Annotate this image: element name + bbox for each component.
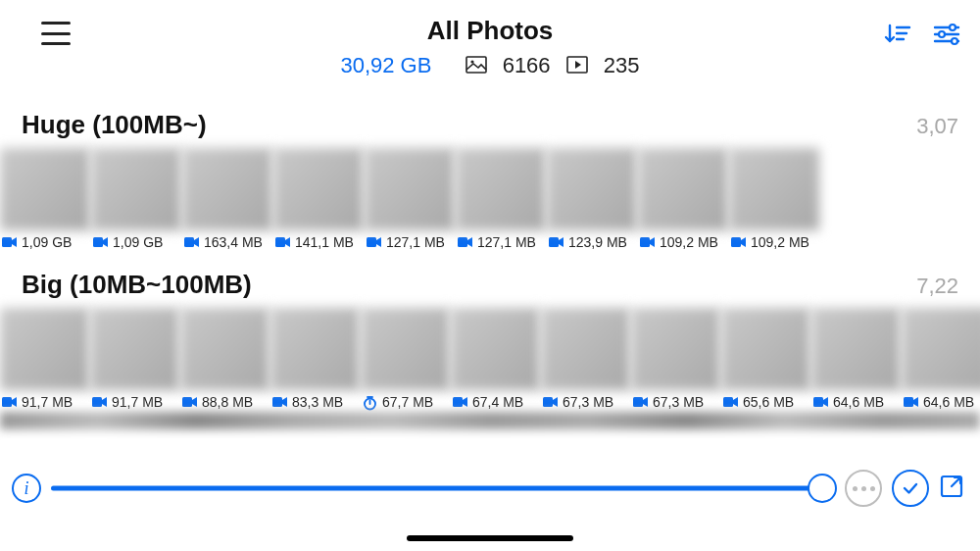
section-size: 7,22	[916, 274, 958, 299]
thumbnail-item[interactable]: 1,09 GB	[0, 148, 90, 250]
size-slider[interactable]	[51, 474, 835, 503]
thumbnail-image	[456, 148, 546, 230]
section-header[interactable]: Huge (100MB~)3,07	[0, 90, 980, 148]
thumbnail-image	[721, 308, 810, 390]
thumbnail-size: 109,2 MB	[660, 234, 718, 250]
thumbnail-item[interactable]: 141,1 MB	[273, 148, 364, 250]
photo-icon	[466, 54, 487, 79]
video-icon	[2, 236, 18, 248]
thumbnail-item[interactable]: 127,1 MB	[365, 148, 455, 250]
svg-rect-20	[731, 237, 741, 247]
thumbnail-item[interactable]: 67,4 MB	[451, 308, 540, 410]
svg-rect-24	[272, 397, 282, 407]
thumbnail-image	[361, 308, 450, 390]
thumbnail-size: 127,1 MB	[477, 234, 536, 250]
more-button[interactable]	[845, 470, 882, 507]
thumbnail-label: 64,6 MB	[902, 390, 980, 410]
svg-rect-15	[275, 237, 285, 247]
thumbnail-label: 141,1 MB	[273, 230, 364, 250]
thumbnail-size: 67,3 MB	[653, 394, 704, 410]
thumbnail-item[interactable]: 123,9 MB	[547, 148, 637, 250]
section-title: Huge (100MB~)	[22, 110, 207, 140]
thumbnail-item[interactable]: 109,2 MB	[638, 148, 728, 250]
thumbnail-size: 1,09 GB	[22, 234, 72, 250]
thumbnail-label: 109,2 MB	[638, 230, 728, 250]
thumbnail-size: 109,2 MB	[751, 234, 809, 250]
thumbnail-label: 127,1 MB	[365, 230, 455, 250]
svg-point-9	[950, 25, 956, 30]
info-button[interactable]: i	[12, 474, 41, 503]
thumbnail-label: 127,1 MB	[456, 230, 546, 250]
section-title: Big (10MB~100MB)	[22, 270, 252, 300]
thumbnail-image	[451, 308, 540, 390]
video-icon	[731, 236, 747, 248]
thumbnail-item[interactable]: 67,3 MB	[631, 308, 720, 410]
thumbnail-image	[547, 148, 637, 230]
thumbnail-item[interactable]: 127,1 MB	[456, 148, 546, 250]
svg-rect-18	[549, 237, 559, 247]
thumbnail-image	[902, 308, 980, 390]
thumbnail-item[interactable]: 91,7 MB	[90, 308, 179, 410]
video-icon	[92, 396, 108, 408]
thumbnail-item[interactable]: 88,8 MB	[180, 308, 270, 410]
svg-rect-0	[466, 57, 486, 73]
thumbnail-item[interactable]: 64,6 MB	[811, 308, 901, 410]
svg-rect-33	[904, 397, 913, 407]
video-icon	[904, 396, 919, 408]
thumbnail-item[interactable]: 67,7 MB	[361, 308, 450, 410]
thumbnail-label: 67,4 MB	[451, 390, 540, 410]
check-icon	[901, 478, 920, 498]
slider-track	[51, 486, 835, 491]
thumbnail-image	[541, 308, 630, 390]
thumbnail-size: 163,4 MB	[204, 234, 263, 250]
thumbnail-image	[182, 148, 272, 230]
thumbnail-image	[90, 308, 179, 390]
thumbnail-image	[631, 308, 720, 390]
thumbnail-label: 64,6 MB	[811, 390, 901, 410]
video-icon	[633, 396, 649, 408]
thumbnail-item[interactable]: 83,3 MB	[270, 308, 360, 410]
footer-toolbar: i	[0, 461, 980, 516]
svg-rect-32	[813, 397, 823, 407]
sort-button[interactable]	[884, 22, 911, 51]
thumbnail-size: 83,3 MB	[292, 394, 343, 410]
thumbnail-label: 67,3 MB	[631, 390, 720, 410]
filter-button[interactable]	[933, 22, 960, 51]
thumbnail-label: 1,09 GB	[91, 230, 181, 250]
expand-button[interactable]	[939, 474, 968, 503]
section: Huge (100MB~)3,071,09 GB1,09 GB163,4 MB1…	[0, 90, 980, 250]
video-icon	[640, 236, 656, 248]
timer-icon	[363, 396, 378, 408]
thumbnail-item[interactable]: 1,09 GB	[91, 148, 181, 250]
svg-point-10	[939, 31, 945, 37]
more-icon	[853, 486, 875, 491]
slider-knob[interactable]	[808, 474, 837, 503]
svg-rect-16	[367, 237, 376, 247]
thumbnail-item[interactable]: 64,6 MB	[902, 308, 980, 410]
svg-rect-19	[640, 237, 650, 247]
thumbnail-item[interactable]: 163,4 MB	[182, 148, 272, 250]
section-header[interactable]: Big (10MB~100MB)7,22	[0, 250, 980, 308]
video-icon	[549, 236, 564, 248]
select-button[interactable]	[892, 470, 929, 507]
thumbnail-size: 91,7 MB	[22, 394, 73, 410]
thumbnail-label: 67,3 MB	[541, 390, 630, 410]
thumbnail-label: 1,09 GB	[0, 230, 90, 250]
svg-rect-28	[453, 397, 463, 407]
thumbnail-size: 88,8 MB	[202, 394, 253, 410]
thumbnail-item[interactable]: 67,3 MB	[541, 308, 630, 410]
section-size: 3,07	[916, 114, 958, 139]
thumbnail-image	[365, 148, 455, 230]
thumbnail-label: 109,2 MB	[729, 230, 819, 250]
thumbnail-item[interactable]: 91,7 MB	[0, 308, 89, 410]
thumbnail-label: 91,7 MB	[90, 390, 179, 410]
video-icon	[813, 396, 829, 408]
home-indicator[interactable]	[407, 535, 573, 541]
expand-icon	[939, 474, 964, 499]
svg-rect-31	[723, 397, 733, 407]
thumbnail-image	[729, 148, 819, 230]
thumbnail-item[interactable]: 109,2 MB	[729, 148, 819, 250]
video-icon	[367, 236, 382, 248]
thumbnail-item[interactable]: 65,6 MB	[721, 308, 810, 410]
thumbnail-size: 65,6 MB	[743, 394, 794, 410]
